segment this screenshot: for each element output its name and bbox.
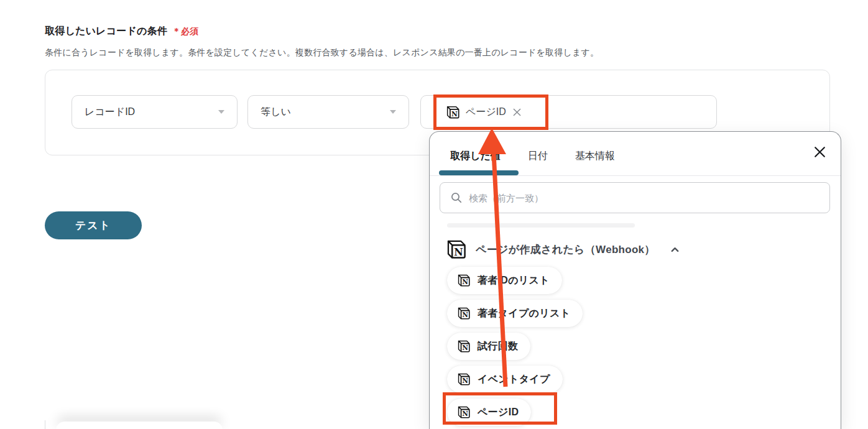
search-input[interactable] [469, 193, 820, 203]
section-description: 条件に合うレコードを取得します。条件を設定してください。複数行合致する場合は、レ… [45, 47, 599, 58]
notion-icon: N [446, 105, 460, 119]
variable-item-page-id[interactable]: N ページID [447, 399, 531, 426]
variable-chip[interactable]: N ページID [442, 103, 526, 122]
notion-icon: N [457, 372, 471, 386]
picker-search[interactable] [440, 182, 830, 213]
notion-icon: N [457, 274, 471, 287]
record-condition-page: 取得したいレコードの条件 ＊必須 条件に合うレコードを取得します。条件を設定して… [0, 0, 868, 429]
operator-select-value: 等しい [261, 106, 291, 119]
variable-item-event-type[interactable]: N イベントタイプ [447, 366, 563, 393]
picker-tabs: 取得した値 日付 基本情報 [439, 147, 626, 165]
search-icon [450, 191, 463, 204]
test-button[interactable]: テスト [45, 211, 142, 239]
notion-icon: N [457, 405, 471, 419]
active-tab-indicator [439, 170, 519, 175]
variable-item-attempt-count[interactable]: N 試行回数 [447, 333, 530, 360]
tab-basic-info[interactable]: 基本情報 [564, 147, 626, 165]
page-title: 取得したいレコードの条件 [45, 25, 167, 38]
svg-text:N: N [463, 311, 468, 318]
caret-down-icon [390, 110, 396, 114]
notion-icon: N [446, 239, 467, 260]
chip-remove-icon[interactable] [512, 107, 522, 118]
variable-list: N 著者IDのリスト N 著者タイプのリスト N 試行回数 N イベントタイプ … [447, 267, 583, 429]
peek-card [56, 422, 223, 429]
close-button[interactable] [811, 143, 828, 160]
tab-date[interactable]: 日付 [517, 147, 559, 165]
operator-select[interactable]: 等しい [247, 95, 409, 129]
variable-chip-label: ページID [466, 106, 506, 119]
required-badge: ＊必須 [172, 26, 198, 37]
peek-card-edge [45, 420, 45, 429]
svg-text:N: N [463, 344, 468, 351]
close-icon [812, 144, 828, 160]
condition-value-field[interactable]: N ページID [420, 95, 717, 129]
chevron-up-icon[interactable] [669, 244, 681, 256]
variable-item-author-type-list[interactable]: N 著者タイプのリスト [447, 300, 583, 327]
trigger-group-title: ページが作成されたら（Webhook） [476, 242, 655, 257]
tab-acquired-values[interactable]: 取得した値 [439, 147, 512, 165]
notion-icon: N [457, 307, 471, 320]
svg-text:N: N [451, 110, 458, 118]
record-field-select[interactable]: レコードID [72, 95, 238, 129]
notion-icon: N [457, 339, 471, 353]
svg-text:N: N [463, 278, 468, 285]
record-field-select-value: レコードID [85, 106, 135, 119]
section-header: 取得したいレコードの条件 ＊必須 [45, 25, 198, 38]
variable-item-author-id-list[interactable]: N 著者IDのリスト [447, 267, 562, 294]
svg-text:N: N [454, 246, 463, 258]
caret-down-icon [218, 110, 224, 114]
tabs-divider [430, 175, 841, 176]
scrolled-item-hint [447, 223, 635, 228]
svg-text:N: N [463, 377, 468, 384]
trigger-group-header[interactable]: N ページが作成されたら（Webhook） [446, 239, 681, 260]
variable-picker-panel: 取得した値 日付 基本情報 N ページが作成されたら（Webhook） [429, 131, 841, 429]
svg-text:N: N [463, 410, 468, 417]
